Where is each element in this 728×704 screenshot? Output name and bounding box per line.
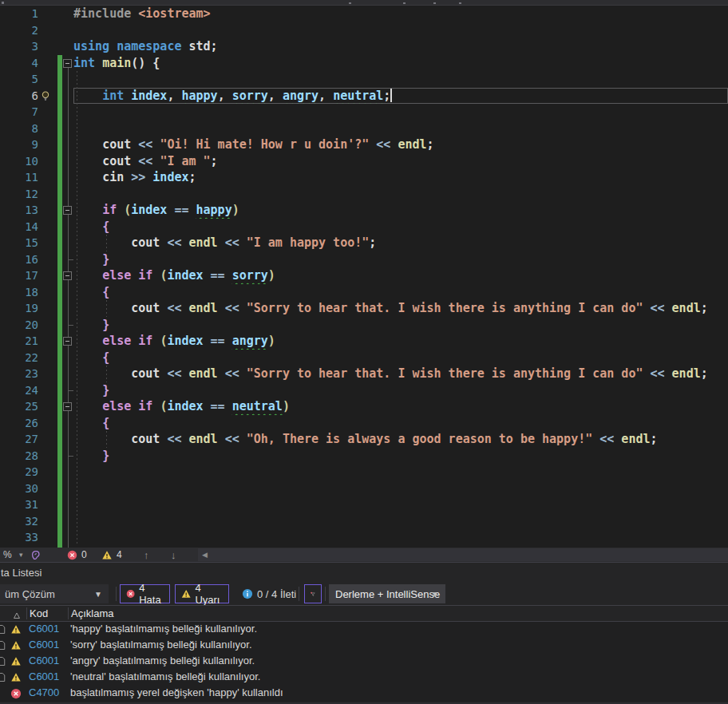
code-line[interactable]: 6 int index, happy, sorry, angry, neutra… xyxy=(0,88,728,105)
error-count-icon[interactable] xyxy=(67,548,77,562)
code-text xyxy=(73,22,728,39)
code-line[interactable]: 15 cout << endl << "I am happy too!"; xyxy=(0,235,728,251)
code-token xyxy=(131,154,138,168)
scroll-left-icon[interactable]: ◀ xyxy=(202,551,208,560)
warning-count-icon[interactable] xyxy=(101,548,113,562)
code-line[interactable]: 30 xyxy=(0,481,728,497)
code-line[interactable]: 17 else if (index == sorry) xyxy=(0,267,728,284)
error-list-row[interactable]: C6001'neutral' başlatılmamış belleği kul… xyxy=(0,670,728,686)
error-list-row[interactable]: C6001'happy' başlatılmamış belleği kulla… xyxy=(0,622,728,638)
code-line[interactable]: 33 xyxy=(0,529,728,546)
line-number: 4 xyxy=(0,55,38,72)
code-line[interactable]: 23 cout << endl << "Sorry to hear that. … xyxy=(0,366,728,382)
error-code-link[interactable]: C6001 xyxy=(29,655,59,666)
error-code-link[interactable]: C6001 xyxy=(29,670,59,682)
code-line[interactable]: 29 xyxy=(0,464,728,481)
code-line[interactable]: 32 xyxy=(0,513,728,530)
code-text: cout << endl << "Oh, There is always a g… xyxy=(73,431,728,448)
code-token: << xyxy=(650,301,664,315)
code-line[interactable]: 7 xyxy=(0,104,728,121)
line-number: 29 xyxy=(0,464,38,481)
zoom-control[interactable]: % xyxy=(3,548,12,562)
zoom-label: % xyxy=(3,549,12,560)
code-line[interactable]: 13 if (index == happy) xyxy=(0,202,728,219)
code-text xyxy=(73,104,728,121)
previous-issue-arrow-icon[interactable]: ↑ xyxy=(144,548,149,562)
code-line[interactable]: 16 } xyxy=(0,251,728,268)
code-line[interactable]: 9 cout << "Oi! Hi mate! How r u doin'?" … xyxy=(0,136,728,153)
code-text: { xyxy=(73,415,728,432)
build-intellisense-dropdown[interactable]: Derleme + IntelliSense ▼ xyxy=(329,584,445,603)
lightbulb-icon[interactable] xyxy=(40,90,51,102)
warnings-filter-button[interactable]: 4 Uyarı xyxy=(175,584,229,603)
horizontal-scrollbar[interactable]: ◀ xyxy=(198,548,728,561)
code-token xyxy=(204,334,211,348)
code-line[interactable]: 14 { xyxy=(0,219,728,235)
code-line[interactable]: 25 else if (index == neutral) xyxy=(0,398,728,415)
column-header-code[interactable]: Kod xyxy=(30,607,48,621)
error-code-link[interactable]: C6001 xyxy=(29,639,59,651)
code-token xyxy=(73,350,102,365)
bulb-slot xyxy=(38,366,57,382)
build-intellisense-label: Derleme + IntelliSense xyxy=(335,588,440,600)
code-text xyxy=(73,529,728,546)
code-line[interactable]: 4int main() { xyxy=(0,55,728,72)
code-token: "Oh, There is always a good reason to be… xyxy=(247,432,592,446)
messages-filter-label[interactable]: 0 / 4 İleti xyxy=(257,584,296,603)
code-token: << xyxy=(225,366,239,381)
code-line[interactable]: 12 xyxy=(0,186,728,203)
error-code-link[interactable]: C6001 xyxy=(29,623,59,635)
code-line[interactable]: 3using namespace std; xyxy=(0,38,728,55)
filter-button[interactable] xyxy=(304,584,322,603)
code-text: else if (index == neutral) xyxy=(73,398,728,415)
code-line[interactable]: 31 xyxy=(0,496,728,513)
code-line[interactable]: 11 cin >> index; xyxy=(0,169,728,186)
code-line[interactable]: 10 cout << "I am "; xyxy=(0,153,728,170)
scope-dropdown[interactable]: üm Çözüm ▼ xyxy=(0,584,109,603)
bulb-slot xyxy=(38,104,57,121)
column-header-description[interactable]: Açıklama xyxy=(71,607,113,621)
code-editor[interactable]: 1#include <iostream>23using namespace st… xyxy=(0,6,728,548)
code-line[interactable]: 22 { xyxy=(0,350,728,366)
document-health-icon[interactable] xyxy=(30,548,42,562)
error-list-row[interactable]: C6001'angry' başlatılmamış belleği kulla… xyxy=(0,654,728,670)
code-token: { xyxy=(102,416,109,430)
error-description: 'sorry' başlatılmamış belleği kullanılıy… xyxy=(70,639,252,651)
code-line[interactable]: 27 cout << endl << "Oh, There is always … xyxy=(0,431,728,448)
column-separator[interactable] xyxy=(68,607,69,619)
messages-filter-button[interactable] xyxy=(242,584,253,603)
error-code-link[interactable]: C4700 xyxy=(29,686,59,698)
code-token: index xyxy=(152,170,188,184)
code-line[interactable]: 20 } xyxy=(0,317,728,334)
errors-filter-button[interactable]: 4 Hata xyxy=(120,584,170,603)
chevron-down-icon[interactable]: ▾ xyxy=(19,548,23,562)
code-line[interactable]: 5 xyxy=(0,71,728,88)
code-line[interactable]: 21 else if (index == angry) xyxy=(0,333,728,350)
code-line[interactable]: 19 cout << endl << "Sorry to hear that. … xyxy=(0,300,728,317)
next-issue-arrow-icon[interactable]: ↓ xyxy=(171,548,176,562)
code-token xyxy=(592,432,599,446)
code-line[interactable]: 8 xyxy=(0,121,728,137)
error-list-row[interactable]: C4700başlatılmamış yerel değişken 'happy… xyxy=(0,686,728,702)
code-line[interactable]: 1#include <iostream> xyxy=(0,6,728,22)
code-text: cout << endl << "Sorry to hear that. I w… xyxy=(73,366,728,382)
line-number: 17 xyxy=(0,267,38,284)
bulb-slot xyxy=(38,496,57,513)
code-token xyxy=(665,366,672,381)
code-token: cout xyxy=(131,432,160,446)
code-token: if xyxy=(102,203,117,217)
code-line[interactable]: 26 { xyxy=(0,415,728,432)
code-token: endl xyxy=(672,366,701,381)
change-tracking-bar xyxy=(57,55,62,548)
code-line[interactable]: 28 } xyxy=(0,448,728,465)
column-separator[interactable] xyxy=(26,607,27,619)
error-icon-slot xyxy=(10,688,22,702)
code-line[interactable]: 2 xyxy=(0,22,728,39)
warning-icon-slot xyxy=(10,672,22,685)
code-token xyxy=(218,432,225,446)
bulb-slot xyxy=(38,169,57,186)
fold-slot xyxy=(57,38,73,55)
code-line[interactable]: 24 } xyxy=(0,382,728,399)
code-line[interactable]: 18 { xyxy=(0,284,728,301)
error-list-row[interactable]: C6001'sorry' başlatılmamış belleği kulla… xyxy=(0,638,728,654)
